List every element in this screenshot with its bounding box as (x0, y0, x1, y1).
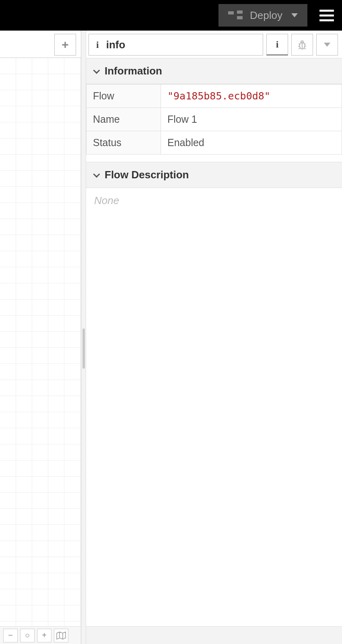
table-row: Status Enabled (87, 131, 342, 155)
info-icon: i (276, 39, 279, 50)
sidebar-tab-bar: i info i (86, 31, 342, 58)
info-name-value: Flow 1 (161, 108, 342, 131)
bug-icon (297, 39, 307, 50)
info-icon: i (96, 39, 99, 50)
caret-down-icon (324, 43, 330, 47)
svg-line-7 (299, 48, 300, 49)
sidebar: i info i (86, 31, 342, 644)
section-header-information[interactable]: Information (86, 58, 342, 84)
sidebar-debug-button[interactable] (291, 34, 313, 56)
deploy-button[interactable]: Deploy (218, 4, 307, 27)
info-status-label: Status (87, 131, 161, 155)
main-area: + − ○ + i info i (0, 31, 342, 644)
zoom-reset-button[interactable]: ○ (20, 629, 35, 642)
hamburger-icon (319, 10, 334, 12)
minus-icon: − (8, 631, 13, 640)
sidebar-footer (86, 626, 342, 644)
zoom-in-button[interactable]: + (37, 629, 52, 642)
section-title: Flow Description (105, 169, 189, 181)
flow-tab-bar: + (0, 31, 81, 58)
splitter-handle-icon (82, 328, 85, 369)
caret-down-icon (291, 13, 298, 17)
flow-canvas[interactable] (0, 58, 81, 626)
app-header: Deploy (0, 0, 342, 31)
add-flow-button[interactable]: + (54, 34, 76, 56)
navigator-button[interactable] (54, 629, 68, 642)
menu-button[interactable] (319, 10, 334, 21)
circle-icon: ○ (25, 631, 30, 640)
section-header-description[interactable]: Flow Description (86, 162, 342, 188)
plus-icon: + (42, 631, 47, 640)
sidebar-tab-info[interactable]: i info (89, 34, 263, 56)
map-icon (56, 632, 66, 640)
zoom-out-button[interactable]: − (3, 629, 18, 642)
sidebar-splitter[interactable] (81, 31, 86, 644)
info-flow-label: Flow (87, 85, 161, 108)
section-title: Information (105, 65, 162, 77)
info-table: Flow "9a185b85.ecb0d8" Name Flow 1 Statu… (86, 84, 342, 155)
plus-icon: + (62, 38, 69, 52)
svg-line-8 (304, 48, 305, 49)
table-row: Flow "9a185b85.ecb0d8" (87, 85, 342, 108)
chevron-down-icon (93, 171, 100, 178)
info-name-label: Name (87, 108, 161, 131)
sidebar-info-button[interactable]: i (266, 34, 288, 56)
info-flow-value: "9a185b85.ecb0d8" (161, 85, 342, 108)
sidebar-more-button[interactable] (316, 34, 338, 56)
deploy-label: Deploy (250, 9, 282, 22)
table-row: Name Flow 1 (87, 108, 342, 131)
deploy-icon (228, 10, 244, 20)
chevron-down-icon (93, 67, 100, 74)
sidebar-tab-label: info (106, 39, 126, 51)
workspace: + − ○ + (0, 31, 81, 644)
info-status-value: Enabled (161, 131, 342, 155)
flow-description-body: None (86, 188, 342, 213)
canvas-footer: − ○ + (0, 626, 81, 644)
